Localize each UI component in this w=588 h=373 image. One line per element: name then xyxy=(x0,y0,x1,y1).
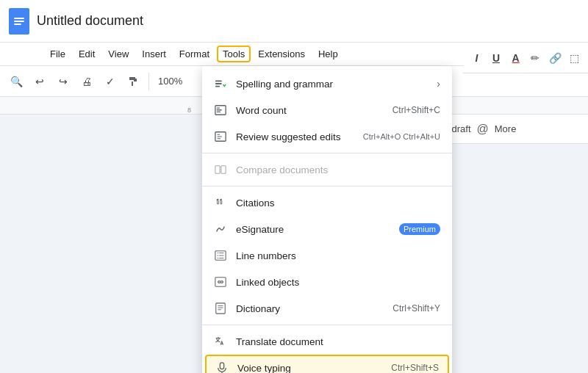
highlight-btn[interactable]: ✏ xyxy=(528,48,543,68)
svg-rect-10 xyxy=(217,112,220,112)
menu-format[interactable]: Format xyxy=(173,46,215,62)
menu-item-esignature[interactable]: eSignature Premium xyxy=(202,216,452,242)
tools-dropdown-menu: Spelling and grammar › Word count Ctrl+S… xyxy=(202,66,452,373)
compare-docs-label: Compare documents xyxy=(236,164,440,175)
divider-1 xyxy=(202,153,452,153)
menu-extensions[interactable]: Extensions xyxy=(252,46,311,62)
svg-rect-19 xyxy=(220,363,223,369)
undo-btn[interactable]: ↩ xyxy=(29,71,50,92)
svg-rect-13 xyxy=(221,166,226,174)
esignature-icon xyxy=(214,222,227,236)
menu-item-dictionary[interactable]: Dictionary Ctrl+Shift+Y xyxy=(202,295,452,322)
dictionary-shortcut: Ctrl+Shift+Y xyxy=(392,303,440,314)
divider-2 xyxy=(202,186,452,186)
title-bar: Untitled document xyxy=(0,0,588,43)
dictionary-icon xyxy=(214,302,227,315)
compare-icon xyxy=(214,163,227,176)
zoom-control[interactable]: 100% xyxy=(154,71,187,92)
esignature-label: eSignature xyxy=(236,224,390,235)
menu-view[interactable]: View xyxy=(102,46,135,62)
spelling-grammar-label: Spelling and grammar xyxy=(236,79,428,90)
link-btn[interactable]: 🔗 xyxy=(548,48,563,68)
word-count-icon xyxy=(214,104,227,117)
svg-rect-12 xyxy=(215,166,220,174)
menu-edit[interactable]: Edit xyxy=(73,46,101,62)
document-title[interactable]: Untitled document xyxy=(37,13,143,29)
svg-rect-5 xyxy=(215,83,222,84)
line-numbers-icon xyxy=(214,249,227,262)
review-edits-shortcut: Ctrl+Alt+O Ctrl+Alt+U xyxy=(363,132,440,141)
print-btn[interactable]: 🖨 xyxy=(76,71,97,92)
spellcheck-btn[interactable]: ✓ xyxy=(100,71,121,92)
citations-label: Citations xyxy=(236,198,440,209)
underline-btn[interactable]: U xyxy=(489,48,504,68)
voice-typing-label: Voice typing xyxy=(237,363,382,374)
paint-format-btn[interactable] xyxy=(123,71,144,92)
google-docs-icon xyxy=(9,8,29,35)
svg-rect-6 xyxy=(215,86,220,87)
svg-rect-4 xyxy=(215,81,222,82)
menu-file[interactable]: File xyxy=(44,46,71,62)
menu-item-voice-typing[interactable]: Voice typing Ctrl+Shift+S xyxy=(205,355,449,373)
font-color-btn[interactable]: A xyxy=(508,48,523,68)
dictionary-label: Dictionary xyxy=(236,303,384,314)
menu-help[interactable]: Help xyxy=(312,46,344,62)
draft-bar: l draft @ More xyxy=(441,115,588,144)
menu-tools[interactable]: Tools xyxy=(217,46,251,62)
svg-rect-18 xyxy=(216,303,225,314)
at-symbol: @ xyxy=(477,123,489,136)
menu-item-citations[interactable]: Citations xyxy=(202,189,452,216)
review-edits-icon xyxy=(214,130,227,143)
svg-rect-8 xyxy=(217,107,220,108)
menu-item-linked-objects[interactable]: Linked objects xyxy=(202,269,452,295)
menu-insert[interactable]: Insert xyxy=(136,46,172,62)
svg-rect-3 xyxy=(14,23,21,25)
menu-item-line-numbers[interactable]: Line numbers xyxy=(202,242,452,269)
italic-btn[interactable]: I xyxy=(469,48,484,68)
citations-icon xyxy=(214,196,227,209)
svg-rect-9 xyxy=(217,109,222,110)
menu-item-review-edits[interactable]: Review suggested edits Ctrl+Alt+O Ctrl+A… xyxy=(202,123,452,150)
spelling-arrow: › xyxy=(437,78,440,90)
line-numbers-label: Line numbers xyxy=(236,250,440,261)
voice-typing-shortcut: Ctrl+Shift+S xyxy=(391,363,439,373)
menu-item-translate[interactable]: Translate document xyxy=(202,328,452,355)
search-toolbar-btn[interactable]: 🔍 xyxy=(6,71,26,92)
word-count-shortcut: Ctrl+Shift+C xyxy=(392,105,440,115)
image-btn[interactable]: ⬚ xyxy=(567,48,582,68)
title-area: Untitled document xyxy=(37,13,143,29)
premium-badge: Premium xyxy=(399,223,440,235)
more-label[interactable]: More xyxy=(495,123,517,134)
redo-btn[interactable]: ↪ xyxy=(53,71,74,92)
divider-3 xyxy=(202,325,452,325)
translate-icon xyxy=(214,335,227,348)
toolbar-divider-1 xyxy=(148,73,149,90)
menu-item-compare-documents: Compare documents xyxy=(202,156,452,183)
spelling-icon xyxy=(214,77,227,90)
menu-item-word-count[interactable]: Word count Ctrl+Shift+C xyxy=(202,97,452,123)
menu-item-spelling-grammar[interactable]: Spelling and grammar › xyxy=(202,70,452,97)
voice-typing-icon xyxy=(215,361,229,373)
svg-rect-1 xyxy=(14,18,24,19)
linked-objects-icon xyxy=(214,275,227,289)
svg-rect-2 xyxy=(14,21,24,22)
word-count-label: Word count xyxy=(236,105,384,116)
translate-label: Translate document xyxy=(236,336,440,347)
right-toolbar: I U A ✏ 🔗 ⬚ xyxy=(463,43,588,73)
linked-objects-label: Linked objects xyxy=(236,277,440,288)
review-edits-label: Review suggested edits xyxy=(236,131,354,142)
